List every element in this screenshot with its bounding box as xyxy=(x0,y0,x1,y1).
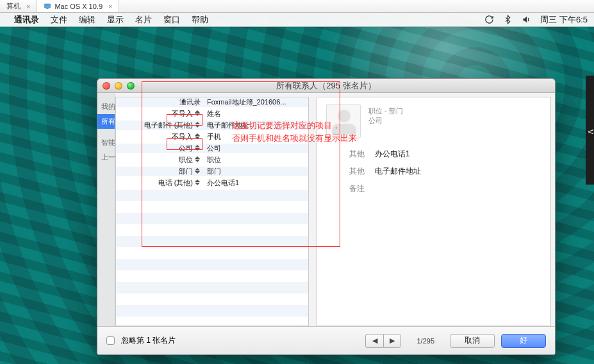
mapping-row: 通讯录Foxmail地址簿_201606... xyxy=(116,97,308,109)
mapping-field-selector: 通讯录 xyxy=(116,97,203,107)
stepper-icon[interactable] xyxy=(195,145,201,153)
sync-icon[interactable] xyxy=(484,15,494,24)
preview-field-value: 办公电话1 xyxy=(375,149,410,160)
mapping-field-selector[interactable]: 电子邮件 (其他) xyxy=(116,120,203,130)
next-card-button[interactable]: ▶ xyxy=(383,334,401,348)
sidebar-item-all[interactable]: 所有 xyxy=(97,114,115,129)
mapping-source-column: 职位 xyxy=(203,155,308,165)
preview-field-label: 其他 xyxy=(326,166,365,177)
card-counter: 1/295 xyxy=(417,337,434,345)
preview-field-label: 备注 xyxy=(326,183,365,194)
menu-help[interactable]: 帮助 xyxy=(192,14,208,26)
cancel-button[interactable]: 取消 xyxy=(450,334,495,348)
stepper-icon[interactable] xyxy=(195,133,201,141)
stepper-icon[interactable] xyxy=(195,156,201,164)
close-icon[interactable]: × xyxy=(108,3,112,10)
preview-company: 公司 xyxy=(368,116,403,126)
preview-field: 其他办公电话1 xyxy=(326,149,541,160)
mapping-field-selector[interactable]: 部门 xyxy=(116,167,203,176)
mapping-field-selector[interactable]: 电话 (其他) xyxy=(116,178,203,188)
mapping-empty-rows xyxy=(116,190,308,326)
stepper-icon[interactable] xyxy=(195,122,201,129)
mapping-source-column: 电子邮件地址 xyxy=(203,120,308,130)
host-tab-label: 算机 xyxy=(6,1,21,11)
host-tab-bar: 算机 × Mac OS X 10.9 × xyxy=(0,0,594,13)
stepper-icon[interactable] xyxy=(195,110,201,118)
dialog-bottom-bar: 忽略第 1 张名片 ◀ ▶ 1/295 取消 好 xyxy=(97,326,555,354)
close-icon[interactable]: × xyxy=(26,3,30,10)
mapping-source-column: 公司 xyxy=(203,144,308,153)
menu-file[interactable]: 文件 xyxy=(51,14,67,26)
menu-view[interactable]: 显示 xyxy=(107,14,124,26)
mapping-row: 不导入姓名 xyxy=(116,109,308,120)
prev-card-button[interactable]: ◀ xyxy=(365,334,383,348)
mapping-field-selector[interactable]: 不导入 xyxy=(116,132,203,142)
mapping-row: 公司公司 xyxy=(116,144,308,155)
preview-job-dept: 职位 - 部门 xyxy=(368,106,403,116)
mapping-source-column: 手机 xyxy=(203,132,308,142)
mapping-source-column: Foxmail地址簿_201606... xyxy=(203,97,308,107)
window-title: 所有联系人（295 张名片） xyxy=(97,80,555,92)
skip-first-checkbox[interactable] xyxy=(106,336,115,345)
host-tab-computer[interactable]: 算机 × xyxy=(0,0,37,12)
skip-first-label: 忽略第 1 张名片 xyxy=(121,335,176,346)
sidebar-item-last[interactable]: 上一 xyxy=(97,150,115,165)
mapping-field-selector[interactable]: 职位 xyxy=(116,155,203,165)
host-tab-label: Mac OS X 10.9 xyxy=(54,3,103,10)
volume-icon[interactable] xyxy=(522,15,531,24)
card-preview-panel: 职位 - 部门 公司 其他办公电话1其他电子邮件地址备注 xyxy=(317,97,551,326)
import-dialog: 所有联系人（295 张名片） 我的 所有 智能 上一 通讯录Foxmail地址簿… xyxy=(97,78,556,355)
menu-card[interactable]: 名片 xyxy=(135,14,152,26)
menu-edit[interactable]: 编辑 xyxy=(79,14,95,26)
menu-window[interactable]: 窗口 xyxy=(163,14,180,26)
app-menu[interactable]: 通讯录 xyxy=(14,14,39,26)
mapping-row: 部门部门 xyxy=(116,167,308,178)
ok-button[interactable]: 好 xyxy=(501,334,546,348)
bluetooth-icon[interactable] xyxy=(503,15,513,24)
sidebar-header: 我的 xyxy=(97,99,115,114)
svg-rect-0 xyxy=(45,4,51,8)
mapping-source-column: 姓名 xyxy=(203,109,308,119)
avatar-placeholder xyxy=(326,104,361,138)
contacts-sidebar: 我的 所有 智能 上一 xyxy=(97,93,115,326)
mapping-field-selector[interactable]: 公司 xyxy=(116,144,203,153)
page-nav-segment: ◀ ▶ xyxy=(365,334,401,348)
mapping-field-selector[interactable]: 不导入 xyxy=(116,109,203,119)
mac-os-icon xyxy=(44,3,51,10)
preview-field: 备注 xyxy=(326,183,541,194)
svg-rect-1 xyxy=(47,8,49,9)
field-mapping-panel: 通讯录Foxmail地址簿_201606...不导入姓名电子邮件 (其他)电子邮… xyxy=(115,97,309,326)
title-bar[interactable]: 所有联系人（295 张名片） xyxy=(97,79,555,93)
stepper-icon[interactable] xyxy=(195,168,201,176)
mapping-row: 不导入手机 xyxy=(116,132,308,144)
mapping-row: 电子邮件 (其他)电子邮件地址 xyxy=(116,120,308,132)
menu-bar: 通讯录 文件 编辑 显示 名片 窗口 帮助 周三 下午6:5 xyxy=(0,13,594,27)
mapping-source-column: 办公电话1 xyxy=(203,178,308,188)
preview-field-label: 其他 xyxy=(326,149,365,160)
mapping-row: 职位职位 xyxy=(116,155,308,167)
mapping-source-column: 部门 xyxy=(203,167,308,176)
host-tab-mac[interactable]: Mac OS X 10.9 × xyxy=(37,0,119,12)
clock[interactable]: 周三 下午6:5 xyxy=(540,14,588,26)
preview-field-value: 电子邮件地址 xyxy=(375,166,421,177)
stepper-icon[interactable] xyxy=(195,179,201,187)
mapping-row: 电话 (其他)办公电话1 xyxy=(116,178,308,190)
preview-field: 其他电子邮件地址 xyxy=(326,166,541,177)
sidebar-header: 智能 xyxy=(97,135,115,150)
